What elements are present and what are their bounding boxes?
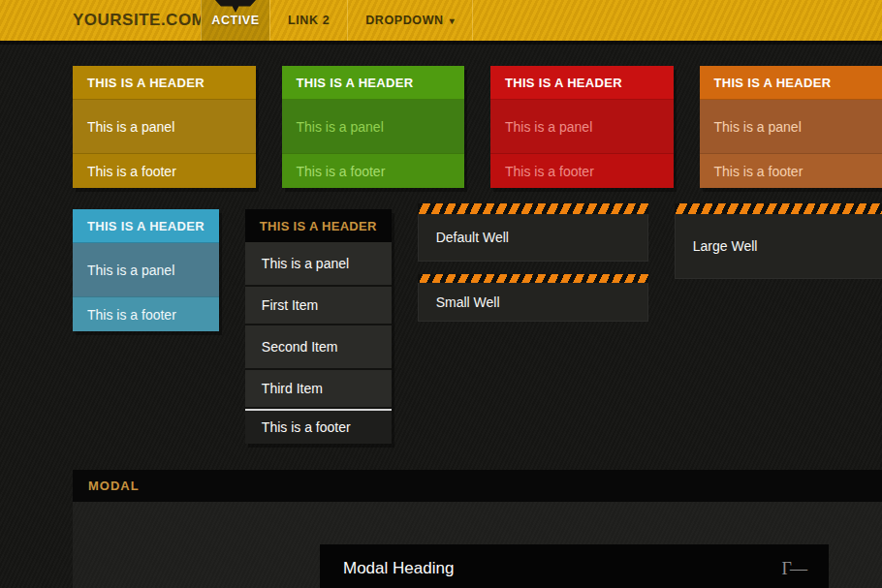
second-row: THIS IS A HEADER This is a panel This is… [73,203,882,444]
nav-item-dropdown-label: DROPDOWN [365,14,444,27]
nav-item-dropdown[interactable]: DROPDOWN ▾ [347,0,473,41]
hazard-stripe-icon [418,274,648,283]
list-item[interactable]: Second Item [245,325,392,370]
panel-body: This is a panel [73,243,219,296]
panel-header: THIS IS A HEADER [73,209,219,243]
well-gap [418,262,648,274]
panel-header: THIS IS A HEADER [282,66,465,100]
hazard-stripe-icon [675,203,882,214]
panel-gold: THIS IS A HEADER This is a panel This is… [73,66,256,188]
panel-footer: This is a footer [700,153,882,188]
wells-column: Default Well Small Well [418,203,648,322]
panel-green: THIS IS A HEADER This is a panel This is… [282,66,465,188]
modal-heading: Modal Heading [343,559,782,578]
panels-row: THIS IS A HEADER This is a panel This is… [73,66,882,188]
nav-item-link2[interactable]: LINK 2 [269,0,347,41]
close-icon[interactable]: Γ— [782,559,805,579]
panel-footer: This is a footer [73,153,256,188]
panel-body: This is a panel [490,100,674,153]
default-well: Default Well [418,214,648,262]
modal-header: Modal Heading Γ— [320,544,829,588]
panel-body: This is a panel [73,100,256,153]
panel-body: This is a panel [282,100,465,153]
nav-item-link2-label: LINK 2 [288,14,330,27]
panel-blue: THIS IS A HEADER This is a panel This is… [73,209,219,331]
caret-down-icon: ▾ [450,15,456,26]
large-well-column: Large Well [675,203,882,279]
active-tab-notch-icon [215,0,256,13]
panel-dark-list: THIS IS A HEADER This is a panel First I… [245,209,392,444]
main-content: THIS IS A HEADER This is a panel This is… [0,66,882,588]
panel-footer: This is a footer [73,296,219,331]
panel-body: This is a panel [700,100,882,153]
panel-header: THIS IS A HEADER [73,66,256,100]
top-navbar: YOURSITE.COM ACTIVE LINK 2 DROPDOWN ▾ [0,0,882,41]
panel-body: This is a panel [245,242,392,287]
nav-item-active[interactable]: ACTIVE [201,0,269,41]
small-well: Small Well [418,283,648,322]
modal-section-panel: MODAL Modal Heading Γ— [73,470,882,588]
panel-footer: This is a footer [245,409,392,444]
modal-section-body: Modal Heading Γ— [73,502,882,588]
site-brand[interactable]: YOURSITE.COM [73,0,201,41]
large-well: Large Well [675,214,882,279]
list-item[interactable]: First Item [245,287,392,325]
panel-orange: THIS IS A HEADER This is a panel This is… [700,66,882,188]
hazard-stripe-icon [418,203,648,214]
panel-header: THIS IS A HEADER [700,66,882,100]
list-item[interactable]: Third Item [245,370,392,409]
panel-footer: This is a footer [490,153,674,188]
panel-header: THIS IS A HEADER [245,209,392,242]
panel-red: THIS IS A HEADER This is a panel This is… [490,66,674,188]
nav-item-active-label: ACTIVE [211,14,259,27]
modal-dialog: Modal Heading Γ— [320,544,829,588]
panel-header: THIS IS A HEADER [490,66,674,100]
modal-section-title: MODAL [73,470,882,502]
panel-footer: This is a footer [282,153,465,188]
